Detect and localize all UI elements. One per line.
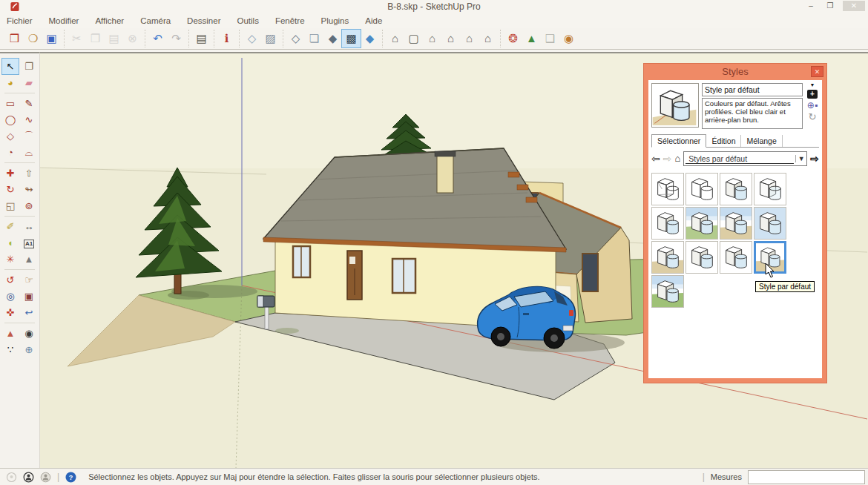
style-thumbnail-tan-ground-style[interactable] bbox=[651, 241, 684, 274]
home-icon[interactable]: ⌂ bbox=[674, 151, 680, 166]
tool-freehand[interactable]: ∿ bbox=[21, 112, 37, 128]
tool-make-component[interactable]: ❐ bbox=[21, 59, 37, 74]
tool-3d-text[interactable]: ▲ bbox=[21, 251, 37, 267]
styles-collection-dropdown[interactable]: Styles par défaut ▼ bbox=[683, 151, 807, 166]
tool-move[interactable]: ✚ bbox=[2, 165, 19, 181]
menu-afficher[interactable]: Afficher bbox=[95, 16, 124, 25]
tool-position-camera[interactable]: ▲ bbox=[2, 326, 19, 341]
toolbar-view-top-button[interactable]: ▢ bbox=[404, 30, 423, 47]
toolbar-copy-button[interactable]: ❐ bbox=[86, 30, 105, 47]
update-style-button[interactable]: ⊕▪ bbox=[807, 101, 818, 110]
tab-melange[interactable]: Mélange bbox=[741, 135, 782, 147]
toolbar-print-button[interactable]: ▤ bbox=[192, 30, 211, 47]
tool-look-around[interactable]: ◉ bbox=[21, 326, 37, 341]
toolbar-monochrome-button[interactable]: ◆ bbox=[361, 30, 379, 47]
menu-modifier[interactable]: Modifier bbox=[49, 16, 79, 25]
sign-in-icon[interactable] bbox=[40, 472, 51, 483]
minimize-button[interactable]: – bbox=[804, 1, 818, 11]
toolbar-shaded-button[interactable]: ◆ bbox=[323, 30, 342, 47]
details-arrow-button[interactable]: ⇨ bbox=[810, 151, 819, 166]
close-button[interactable]: ✕ bbox=[843, 1, 865, 11]
style-thumbnail-wireframe-style[interactable] bbox=[651, 173, 684, 205]
toolbar-view-iso-button[interactable]: ⌂ bbox=[386, 30, 404, 47]
tool-zoom-window[interactable]: ▣ bbox=[21, 288, 37, 304]
tool-tape-measure[interactable]: ✐ bbox=[2, 219, 19, 234]
menu-fichier[interactable]: Fichier bbox=[7, 16, 33, 25]
tool-follow-me[interactable]: ↬ bbox=[21, 182, 37, 197]
style-thumbnail-blue-sky-style[interactable] bbox=[754, 207, 786, 240]
toolbar-open-button[interactable]: ❍ bbox=[24, 30, 42, 47]
toolbar-shaded-textures-button[interactable]: ▩ bbox=[342, 30, 361, 47]
tool-select[interactable]: ↖ bbox=[2, 59, 19, 74]
geolocation-icon[interactable] bbox=[6, 472, 17, 483]
toolbar-view-front-button[interactable]: ⌂ bbox=[423, 30, 441, 47]
tool-text[interactable]: A1 bbox=[21, 235, 37, 251]
style-thumbnail-plain-style-b[interactable] bbox=[720, 241, 752, 274]
toolbar-add-location-button[interactable]: ❂ bbox=[504, 30, 522, 47]
style-thumbnail-xray-style[interactable] bbox=[754, 173, 786, 205]
tool-dimensions[interactable]: ↔ bbox=[21, 219, 37, 234]
secondary-pane-arrow-icon[interactable]: ▼ bbox=[810, 83, 815, 88]
toolbar-toggle-terrain-button[interactable]: ▲ bbox=[522, 30, 541, 47]
forward-arrow-button[interactable]: ⇨ bbox=[663, 151, 672, 166]
toolbar-model-info-button[interactable]: ℹ bbox=[217, 30, 236, 47]
tool-zoom[interactable]: ◎ bbox=[2, 288, 19, 304]
claim-credit-icon[interactable] bbox=[23, 472, 34, 483]
menu-dessiner[interactable]: Dessiner bbox=[187, 16, 220, 25]
menu-outils[interactable]: Outils bbox=[237, 16, 259, 25]
tool-line[interactable]: ✎ bbox=[21, 96, 37, 111]
toolbar-save-button[interactable]: ▣ bbox=[42, 30, 61, 47]
tool-polygon[interactable]: ◇ bbox=[2, 128, 19, 144]
toolbar-undo-button[interactable]: ↶ bbox=[148, 30, 167, 47]
toolbar-x-ray-button[interactable]: ◇ bbox=[243, 30, 261, 47]
tool-rotate[interactable]: ↻ bbox=[2, 182, 19, 197]
tool-rectangle[interactable]: ▭ bbox=[2, 96, 19, 111]
menu-fenetre[interactable]: Fenêtre bbox=[275, 16, 305, 25]
tab-selectionner[interactable]: Sélectionner bbox=[651, 134, 706, 148]
tool-zoom-extents[interactable]: ✜ bbox=[2, 305, 19, 320]
panel-close-button[interactable]: ✕ bbox=[811, 66, 823, 77]
style-name-field[interactable]: Style par défaut bbox=[702, 83, 803, 96]
style-thumbnail-hidden-line-style[interactable] bbox=[685, 173, 718, 205]
tool-pan[interactable]: ☞ bbox=[21, 272, 37, 288]
toolbar-new-button[interactable]: ❒ bbox=[5, 30, 24, 47]
tool-orbit[interactable]: ↺ bbox=[2, 272, 19, 288]
style-thumbnail-plain-style-a[interactable] bbox=[685, 241, 718, 274]
measures-input[interactable] bbox=[748, 470, 865, 484]
tool-arc-2point[interactable]: ⌓ bbox=[21, 145, 37, 160]
toolbar-back-edges-button[interactable]: ▨ bbox=[261, 30, 280, 47]
menu-aide[interactable]: Aide bbox=[365, 16, 382, 25]
toolbar-cut-button[interactable]: ✂ bbox=[68, 30, 86, 47]
style-thumbnail-sky-green-ground-style[interactable] bbox=[685, 207, 718, 240]
tool-scale[interactable]: ◱ bbox=[2, 198, 19, 214]
tool-offset[interactable]: ⊚ bbox=[21, 198, 37, 214]
tool-axes[interactable]: ✳ bbox=[2, 251, 19, 267]
create-new-style-button[interactable]: + bbox=[807, 90, 818, 99]
toolbar-earth-preview-button[interactable]: ◉ bbox=[559, 30, 578, 47]
tool-zoom-previous[interactable]: ↩ bbox=[21, 305, 37, 320]
tool-paint-bucket[interactable]: ◕ bbox=[2, 75, 19, 90]
dropdown-arrow-icon[interactable]: ▼ bbox=[795, 155, 806, 162]
tab-edition[interactable]: Édition bbox=[706, 135, 741, 147]
toolbar-hidden-line-button[interactable]: ❏ bbox=[305, 30, 323, 47]
toolbar-wireframe-button[interactable]: ◇ bbox=[286, 30, 305, 47]
help-icon[interactable]: ? bbox=[65, 472, 76, 483]
menu-camera[interactable]: Caméra bbox=[140, 16, 171, 25]
toolbar-view-back-button[interactable]: ⌂ bbox=[460, 30, 479, 47]
tool-walk[interactable]: ∵ bbox=[2, 342, 19, 357]
restore-button[interactable]: ❐ bbox=[823, 1, 837, 11]
style-thumbnail-shaded-style[interactable] bbox=[720, 173, 752, 205]
toolbar-paste-button[interactable]: ▤ bbox=[105, 30, 123, 47]
tool-arc[interactable]: ⌒ bbox=[21, 128, 37, 144]
tool-pie[interactable]: ◔ bbox=[2, 145, 19, 160]
toolbar-view-left-button[interactable]: ⌂ bbox=[479, 30, 497, 47]
tool-eraser[interactable]: ▰ bbox=[21, 75, 37, 90]
refresh-styles-icon[interactable]: ↻ bbox=[809, 112, 817, 122]
tool-circle[interactable]: ◯ bbox=[2, 112, 19, 128]
style-thumbnail-sky-tan-ground-style[interactable] bbox=[720, 207, 752, 240]
tool-protractor[interactable]: ◖ bbox=[2, 235, 19, 251]
toolbar-delete-button[interactable]: ⊗ bbox=[123, 30, 142, 47]
menu-plugins[interactable]: Plugins bbox=[321, 16, 349, 25]
back-arrow-button[interactable]: ⇦ bbox=[651, 151, 660, 166]
tool-section-plane[interactable]: ⊕ bbox=[21, 342, 37, 357]
